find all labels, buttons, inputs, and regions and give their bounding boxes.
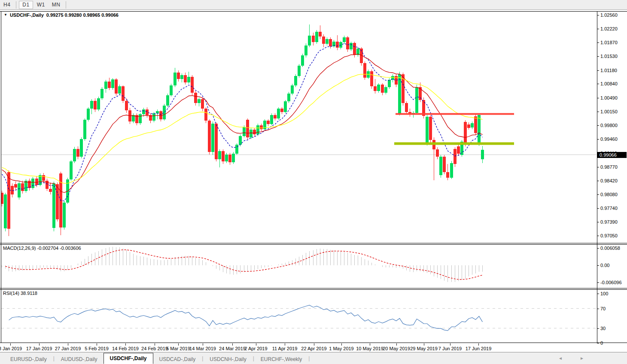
rsi-axis-label-tick: [597, 328, 599, 329]
rsi-axis-label: 70: [600, 306, 606, 312]
price-axis-label: 1.00490: [600, 95, 618, 101]
chart-symbol-label: USDCHF-,Daily: [10, 12, 44, 18]
rsi-axis-label: 30: [600, 326, 606, 331]
date-label: 27 Jan 2019: [55, 346, 81, 351]
date-tick: [478, 343, 479, 346]
price-axis-label-tick: [597, 98, 599, 98]
date-label: 2 Apr 2019: [244, 346, 267, 351]
macd-rsi-separator[interactable]: [0, 288, 627, 288]
date-label: 17 Jan 2019: [26, 346, 52, 351]
date-label: 22 Apr 2019: [301, 346, 326, 351]
tab-eurusd-daily[interactable]: EURUSD-,Daily: [4, 355, 53, 364]
price-axis-label: 0.99460: [600, 136, 618, 142]
date-tick: [450, 343, 450, 346]
price-axis-label-tick: [597, 56, 599, 57]
timeframe-button-d1[interactable]: D1: [19, 1, 33, 9]
date-label: 14 Mar 2019: [189, 346, 216, 351]
date-tick: [341, 343, 342, 346]
price-axis-label-tick: [597, 194, 599, 195]
price-axis-label-tick: [597, 42, 599, 43]
rsi-axis-label: 0: [600, 340, 603, 346]
price-axis-label: 0.97740: [600, 206, 618, 211]
price-axis-label-tick: [597, 222, 599, 222]
chart-ohlc-values: 0.99275 0.99280 0.98965 0.99066: [46, 12, 119, 18]
date-tick: [97, 343, 97, 346]
date-tick: [256, 343, 256, 346]
price-axis-label-tick: [597, 236, 599, 236]
tab-usdcad-daily[interactable]: USDCAD-,Daily: [153, 355, 202, 364]
timeframe-button-h4[interactable]: H4: [0, 1, 13, 9]
rsi-indicator-chart[interactable]: [1, 290, 597, 342]
price-axis-label: 1.02220: [600, 26, 618, 32]
price-axis-label: 1.01180: [600, 68, 617, 73]
date-tick: [10, 343, 11, 346]
price-axis-label-tick: [597, 112, 599, 112]
tab-scroll-right-icon[interactable]: ►: [580, 356, 584, 361]
price-axis-label: 0.97390: [600, 219, 618, 225]
price-axis-label-tick: [597, 70, 599, 71]
date-label: 8 Jan 2019: [0, 346, 22, 351]
price-axis-label-tick: [597, 29, 599, 29]
timeframe-toolbar: H4D1W1MN: [0, 0, 627, 10]
date-tick: [424, 343, 424, 346]
date-tick: [125, 343, 126, 346]
main-macd-separator[interactable]: [0, 243, 627, 243]
macd-axis-label: -0.006096: [600, 280, 622, 285]
date-tick: [203, 343, 203, 346]
date-label: 1 May 2019: [329, 346, 353, 351]
price-axis-label-tick: [597, 167, 599, 167]
rsi-axis-label-tick: [597, 343, 599, 343]
chart-title: ▼ USDCHF-,Daily 0.99275 0.99280 0.98965 …: [4, 12, 119, 18]
tab-separator: |: [308, 355, 310, 361]
candlestick-chart[interactable]: [1, 12, 597, 243]
price-axis-label: 1.00840: [600, 81, 618, 87]
price-axis-label: 0.98080: [600, 192, 618, 197]
timeframe-button-w1[interactable]: W1: [34, 1, 48, 9]
date-tick: [155, 343, 155, 346]
price-axis-label-tick: [597, 181, 599, 181]
trading-platform-window: H4D1W1MN ▼ USDCHF-,Daily 0.99275 0.99280…: [0, 0, 627, 364]
date-tick: [314, 343, 314, 346]
price-axis-label-tick: [597, 15, 599, 15]
date-label: 7 Jun 2019: [438, 346, 462, 351]
date-label: 10 May 2019: [356, 346, 384, 351]
macd-label: MACD(12,26,9) -0.002704 -0.003606: [3, 246, 81, 251]
tab-usdchf-daily[interactable]: USDCHF-,Daily: [103, 353, 153, 364]
rsi-axis-label: 100: [600, 291, 608, 297]
date-tick: [232, 343, 233, 346]
price-axis-label: 1.01530: [600, 54, 618, 59]
collapse-chart-icon[interactable]: ▼: [4, 13, 7, 17]
price-axis-label: 1.02560: [600, 12, 618, 18]
date-tick: [68, 343, 68, 346]
rsi-axis-label-tick: [597, 294, 599, 294]
date-label: 24 Mar 2019: [219, 346, 246, 351]
tab-scroll-left-icon[interactable]: ◄: [558, 356, 563, 361]
date-label: 17 Jun 2019: [466, 346, 492, 351]
price-axis-label: 0.97050: [600, 233, 618, 239]
date-tick: [178, 343, 179, 346]
timeframe-button-mn[interactable]: MN: [49, 1, 64, 9]
date-label: 14 Feb 2019: [112, 346, 139, 351]
current-price-label: 0.99066: [597, 152, 627, 158]
toolbar-separator: [66, 1, 66, 9]
date-tick: [285, 343, 285, 346]
macd-axis-label-tick: [597, 248, 599, 249]
macd-axis-label: 0.00: [600, 263, 609, 268]
price-axis-label-tick: [597, 125, 599, 126]
tab-audusd-daily[interactable]: AUDUSD-,Daily: [55, 355, 103, 364]
tab-eurchf-weekly[interactable]: EURCHF-,Weekly: [255, 355, 308, 364]
price-axis-label-tick: [597, 139, 599, 140]
rsi-bottom-border: [0, 343, 627, 343]
macd-axis-label-tick: [597, 265, 599, 266]
macd-indicator-chart[interactable]: [1, 245, 597, 288]
date-tick: [39, 343, 40, 346]
toolbar-separator: [16, 1, 16, 9]
rsi-label: RSI(14) 38.9118: [3, 291, 37, 296]
price-axis-label: 0.98420: [600, 178, 618, 184]
price-axis-label: 0.98770: [600, 164, 618, 170]
price-axis-label-tick: [597, 208, 599, 209]
macd-axis-label-tick: [597, 282, 599, 283]
date-label: 24 Feb 2019: [141, 346, 168, 351]
tab-usdcnh-daily[interactable]: USDCNH-,Daily: [204, 355, 252, 364]
price-axis-label: 0.99800: [600, 123, 618, 128]
